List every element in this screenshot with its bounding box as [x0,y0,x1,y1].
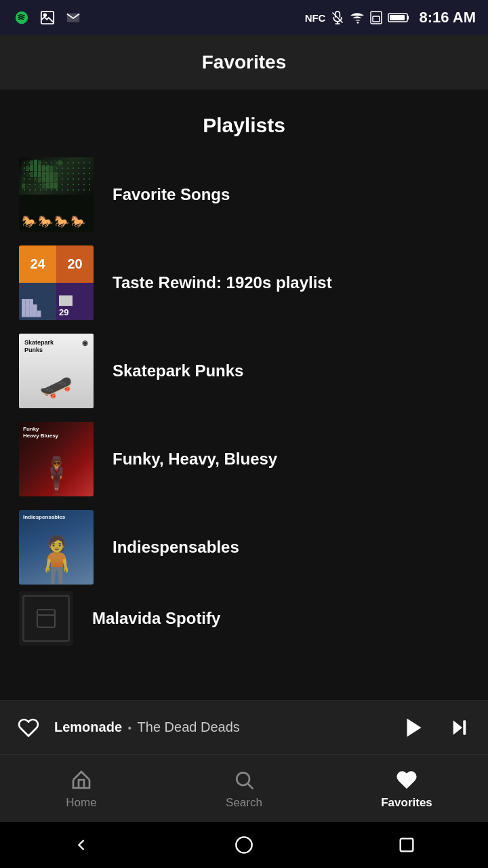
playlist-artwork-taste-rewind: 24 20 ████████████ ████████ 29 [19,245,94,320]
now-playing-song: Lemonade [54,719,122,734]
svg-marker-12 [453,720,462,734]
mute-icon [331,11,344,24]
now-playing-bar[interactable]: Lemonade • The Dead Deads [0,700,488,754]
search-icon [232,768,256,792]
now-playing-info: Lemonade • The Dead Deads [43,719,397,735]
now-playing-controls [397,711,474,745]
playlist-name: Funky, Heavy, Bluesy [113,450,277,469]
playlist-artwork-funky: FunkyHeavy Bluesy 🕴 [19,422,94,496]
app-header: Favorites [0,35,488,90]
playlist-artwork-skatepark-punks: SkateparkPunks 🛹 ◉ [19,334,94,408]
nav-label-home: Home [66,796,96,810]
spotify-icon [12,8,31,27]
home-button[interactable] [227,828,261,862]
page-title: Favorites [202,52,287,73]
nfc-icon: NFC [305,12,326,24]
status-left-icons [12,8,83,27]
status-bar: NFC 8:16 AM [0,0,488,35]
svg-point-4 [357,22,359,24]
gallery-icon [38,8,57,27]
sim-icon [370,11,382,24]
playlist-name: Taste Rewind: 1920s playlist [113,273,332,292]
sidebar-item-search[interactable]: Search [163,768,325,810]
list-item[interactable]: FunkyHeavy Bluesy 🕴 Funky, Heavy, Bluesy [0,415,488,503]
gmail-icon [64,8,83,27]
svg-rect-13 [463,720,466,734]
svg-marker-11 [407,718,422,736]
recents-button[interactable] [390,828,424,862]
status-right-icons: NFC 8:16 AM [305,9,476,26]
favorites-icon [394,768,419,792]
wifi-icon [350,11,365,24]
section-title: Playlists [203,114,285,136]
section-header: Playlists [0,90,488,151]
playlist-artwork-indiespensables: Indiespensables 🧍 [19,510,94,585]
playlist-name: Favorite Songs [113,185,230,204]
play-button[interactable] [397,711,431,745]
list-item[interactable]: Indiespensables 🧍 Indiespensables [0,503,488,591]
svg-point-2 [44,14,47,17]
nav-label-search: Search [226,796,262,810]
playlist-artwork-favorite-songs: ░▒▓█▓▒░░▒▓▒▓█████▓▒░░▒▓█████▓░▒░░▒▓███▓▓… [19,157,94,232]
back-button[interactable] [64,828,98,862]
playlist-artwork-malavida [19,591,73,646]
playlist-name: Skatepark Punks [113,361,243,380]
battery-icon [388,12,411,24]
list-item[interactable]: ░▒▓█▓▒░░▒▓▒▓█████▓▒░░▒▓█████▓░▒░░▒▓███▓▓… [0,151,488,239]
android-nav-bar [0,822,488,868]
nav-label-favorites: Favorites [381,796,432,810]
list-item[interactable]: 24 20 ████████████ ████████ 29 Taste Rew… [0,239,488,327]
heart-button[interactable] [14,713,43,743]
sidebar-item-favorites[interactable]: Favorites [325,768,488,810]
separator-dot: • [127,722,131,734]
svg-point-16 [236,837,251,852]
playlist-list: ░▒▓█▓▒░░▒▓▒▓█████▓▒░░▒▓█████▓░▒░░▒▓███▓▓… [0,151,488,700]
list-item[interactable]: Malavida Spotify [0,591,488,646]
status-time: 8:16 AM [419,9,476,26]
svg-line-15 [248,784,253,789]
svg-point-14 [237,772,249,785]
bottom-nav: Home Search Favorites [0,754,488,822]
home-icon [69,768,94,792]
svg-rect-17 [401,839,413,852]
skip-next-button[interactable] [445,713,474,743]
playlist-name: Malavida Spotify [92,609,220,628]
list-item[interactable]: SkateparkPunks 🛹 ◉ Skatepark Punks [0,327,488,415]
svg-rect-9 [37,610,55,627]
svg-point-0 [16,12,28,24]
svg-rect-8 [390,15,405,20]
sidebar-item-home[interactable]: Home [0,768,163,810]
playlist-name: Indiespensables [113,538,239,557]
now-playing-artist: The Dead Deads [138,719,240,734]
svg-rect-6 [373,16,380,22]
